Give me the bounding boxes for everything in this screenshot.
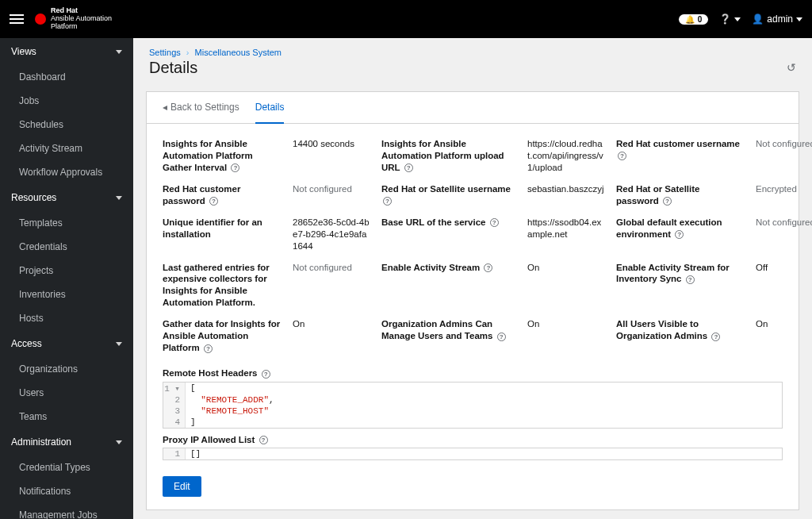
nav-workflow-approvals[interactable]: Workflow Approvals [0, 160, 133, 184]
val-activity-stream: On [527, 262, 605, 274]
remote-headers-code: 1 ▾[ 2 "REMOTE_ADDR", 3 "REMOTE_HOST" 4] [163, 382, 783, 429]
nav-section-access[interactable]: Access [0, 330, 133, 357]
info-icon: ? [711, 333, 720, 341]
settings-grid: Insights for Ansible Automation Platform… [147, 124, 799, 362]
info-icon: ? [490, 218, 499, 227]
val-org-admins: On [527, 318, 605, 330]
label-gather-data: Gather data for Insights for Ansible Aut… [163, 318, 282, 354]
brand: Red Hat Ansible Automation Platform [35, 7, 112, 31]
nav-hosts[interactable]: Hosts [0, 306, 133, 330]
chevron-down-icon [116, 50, 122, 54]
notif-count: 0 [698, 15, 703, 24]
val-gather-interval: 14400 seconds [293, 138, 370, 150]
nav-credentials[interactable]: Credentials [0, 235, 133, 259]
user-label: admin [767, 13, 793, 25]
info-icon: ? [404, 163, 413, 172]
details-card: ◂Back to Settings Details Insights for A… [146, 91, 799, 510]
val-last-gathered: Not configured [293, 262, 370, 274]
main-content: Settings › Miscellaneous System Details … [133, 38, 812, 519]
val-exec-env: Not configured [756, 217, 812, 229]
nav-activity-stream[interactable]: Activity Stream [0, 136, 133, 160]
nav-projects[interactable]: Projects [0, 259, 133, 283]
info-icon: ? [262, 370, 270, 379]
label-rh-username: Red Hat customer username ? [616, 138, 745, 162]
hamburger-icon[interactable] [10, 14, 24, 24]
nav-schedules[interactable]: Schedules [0, 113, 133, 136]
label-activity-stream: Enable Activity Stream ? [381, 262, 516, 274]
breadcrumb-leaf[interactable]: Miscellaneous System [195, 48, 282, 57]
val-sat-password: Encrypted [756, 183, 812, 195]
brand-line3: Platform [51, 23, 112, 31]
tab-back[interactable]: ◂Back to Settings [163, 92, 239, 123]
chevron-right-icon: › [186, 48, 190, 57]
val-base-url: https://ssodb04.example.net [527, 217, 605, 240]
tab-details[interactable]: Details [255, 92, 285, 124]
nav-dashboard[interactable]: Dashboard [0, 65, 133, 89]
label-base-url: Base URL of the service ? [381, 217, 516, 229]
proxy-list-code: 1[] [163, 448, 783, 460]
nav-organizations[interactable]: Organizations [0, 357, 133, 381]
redhat-logo-icon [35, 13, 46, 25]
label-sat-username: Red Hat or Satellite username ? [381, 183, 516, 207]
nav-teams[interactable]: Teams [0, 405, 133, 429]
nav-section-views[interactable]: Views [0, 38, 133, 65]
info-icon: ? [259, 436, 268, 444]
bell-icon: 🔔 [685, 15, 695, 24]
user-menu[interactable]: 👤 admin [752, 13, 802, 25]
val-rh-username: Not configured [756, 138, 812, 150]
val-install-id: 28652e36-5c0d-4be7-b296-4c1e9afa1644 [293, 217, 370, 252]
notification-badge[interactable]: 🔔 0 [679, 14, 709, 25]
label-remote-headers: Remote Host Headers ? [163, 368, 783, 378]
val-gather-data: On [293, 318, 370, 330]
nav-management-jobs[interactable]: Management Jobs [0, 503, 133, 519]
question-icon: ❔ [719, 13, 731, 25]
label-gather-interval: Insights for Ansible Automation Platform… [163, 138, 282, 174]
nav-jobs[interactable]: Jobs [0, 89, 133, 113]
val-users-visible: On [756, 318, 812, 330]
chevron-down-icon [116, 196, 122, 200]
val-activity-sync: Off [756, 262, 812, 274]
val-sat-username: sebastian.baszczyj [527, 183, 605, 195]
val-upload-url: https://cloud.redhat.com/api/ingress/v1/… [527, 138, 605, 174]
info-icon: ? [663, 197, 672, 206]
nav-notifications[interactable]: Notifications [0, 479, 133, 503]
tabs: ◂Back to Settings Details [147, 92, 799, 124]
nav-credential-types[interactable]: Credential Types [0, 456, 133, 479]
info-icon: ? [209, 197, 218, 206]
label-rh-password: Red Hat customer password ? [163, 183, 282, 207]
label-activity-sync: Enable Activity Stream for Inventory Syn… [616, 262, 745, 286]
edit-button[interactable]: Edit [163, 476, 201, 497]
history-icon[interactable]: ↺ [787, 61, 796, 74]
nav-templates[interactable]: Templates [0, 211, 133, 235]
val-rh-password: Not configured [293, 183, 370, 195]
nav-inventories[interactable]: Inventories [0, 283, 133, 306]
label-install-id: Unique identifier for an installation [163, 217, 282, 240]
nav-section-administration[interactable]: Administration [0, 429, 133, 456]
page-title: Details [149, 59, 197, 77]
info-icon: ? [497, 333, 506, 341]
label-sat-password: Red Hat or Satellite password ? [616, 183, 745, 207]
chevron-down-icon [116, 342, 122, 346]
label-users-visible: All Users Visible to Organization Admins… [616, 318, 745, 342]
nav-users[interactable]: Users [0, 381, 133, 405]
sidebar: Views Dashboard Jobs Schedules Activity … [0, 38, 133, 519]
info-icon: ? [383, 197, 392, 206]
caret-down-icon [796, 17, 802, 21]
chevron-down-icon [116, 440, 122, 444]
caret-down-icon [734, 17, 741, 21]
topbar: Red Hat Ansible Automation Platform 🔔 0 … [0, 0, 812, 38]
info-icon: ? [686, 275, 695, 284]
label-upload-url: Insights for Ansible Automation Platform… [381, 138, 516, 174]
info-icon: ? [204, 344, 213, 353]
info-icon: ? [675, 230, 684, 239]
label-last-gathered: Last gathered entries for expensive coll… [163, 262, 282, 309]
breadcrumb: Settings › Miscellaneous System [149, 48, 796, 57]
info-icon: ? [618, 152, 626, 160]
label-proxy-list: Proxy IP Allowed List ? [163, 435, 783, 444]
label-org-admins: Organization Admins Can Manage Users and… [381, 318, 516, 342]
info-icon: ? [484, 263, 492, 272]
user-icon: 👤 [752, 13, 764, 25]
breadcrumb-root[interactable]: Settings [149, 48, 181, 57]
nav-section-resources[interactable]: Resources [0, 184, 133, 211]
help-menu[interactable]: ❔ [719, 13, 741, 25]
